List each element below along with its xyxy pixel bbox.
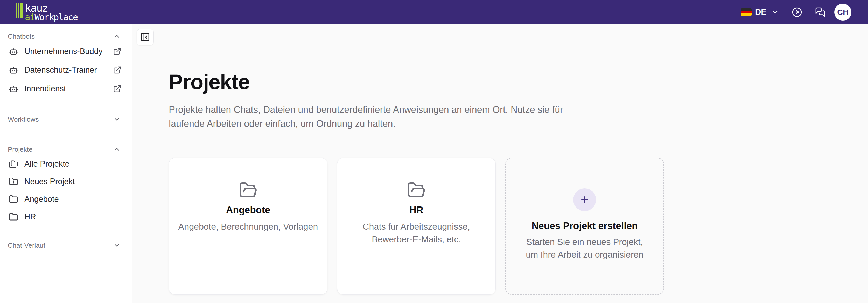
- section-header-workflows[interactable]: Workflows: [0, 114, 132, 125]
- section-label: Chat-Verlauf: [8, 242, 45, 249]
- german-flag-icon: [741, 8, 752, 16]
- folder-icon: [9, 212, 18, 221]
- sidebar: Chatbots Unternehmens-Buddy Datenschutz-…: [0, 24, 132, 303]
- projects-list: Alle Projekte Neues Projekt Angebote HR: [0, 155, 132, 226]
- top-bar: kauz aiWorkplace DE CH: [0, 0, 868, 24]
- logo-line2-rest: Workplace: [34, 12, 78, 22]
- logo-line2: aiWorkplace: [25, 13, 78, 22]
- messages-icon: [815, 7, 826, 18]
- external-link-icon[interactable]: [113, 47, 121, 56]
- circle-play-icon: [792, 7, 802, 18]
- card-subtitle: Chats für Arbeitszeugnisse, Bewerber-E-M…: [343, 220, 489, 245]
- chatbots-list: Unternehmens-Buddy Datenschutz-Trainer I…: [0, 42, 132, 98]
- chevron-up-icon: [113, 32, 121, 40]
- create-project-card[interactable]: Neues Projekt erstellen Starten Sie ein …: [505, 158, 664, 295]
- card-title: Angebote: [226, 205, 270, 216]
- page-title: Projekte: [169, 70, 868, 94]
- logo-text: kauz aiWorkplace: [25, 3, 78, 22]
- external-link-icon[interactable]: [113, 66, 121, 74]
- sidebar-item-innendienst[interactable]: Innendienst: [0, 80, 132, 98]
- sidebar-item-label: Innendienst: [24, 84, 66, 93]
- folder-open-icon: [407, 181, 426, 200]
- user-avatar[interactable]: CH: [834, 4, 851, 21]
- plus-icon: [580, 195, 590, 205]
- page-description: Projekte halten Chats, Dateien und benut…: [169, 103, 573, 131]
- folders-icon: [9, 159, 18, 169]
- page-content: Projekte Projekte halten Chats, Dateien …: [132, 24, 868, 295]
- project-card-angebote[interactable]: Angebote Angebote, Berechnungen, Vorlage…: [169, 158, 328, 295]
- section-header-chatbots[interactable]: Chatbots: [0, 31, 132, 42]
- panel-left-close-icon: [140, 32, 150, 42]
- sidebar-item-label: HR: [24, 212, 36, 221]
- project-card-hr[interactable]: HR Chats für Arbeitszeugnisse, Bewerber-…: [337, 158, 496, 295]
- sidebar-item-label: Unternehmens-Buddy: [24, 47, 103, 56]
- sidebar-item-neues-projekt[interactable]: Neues Projekt: [0, 173, 132, 190]
- folder-open-icon: [239, 181, 257, 200]
- sidebar-item-label: Alle Projekte: [24, 159, 69, 169]
- section-label: Projekte: [8, 146, 32, 154]
- sidebar-item-label: Angebote: [24, 194, 59, 204]
- sidebar-collapse-button[interactable]: [136, 29, 154, 46]
- sidebar-item-datenschutz-trainer[interactable]: Datenschutz-Trainer: [0, 61, 132, 80]
- folder-icon: [9, 194, 18, 204]
- folder-plus-icon: [9, 177, 18, 186]
- card-subtitle: Starten Sie ein neues Projekt, um Ihre A…: [522, 236, 647, 261]
- card-title: Neues Projekt erstellen: [531, 220, 638, 232]
- bot-icon: [9, 47, 18, 56]
- sidebar-item-unternehmens-buddy[interactable]: Unternehmens-Buddy: [0, 42, 132, 61]
- sidebar-item-hr[interactable]: HR: [0, 208, 132, 226]
- card-subtitle: Angebote, Berechnungen, Vorlagen: [178, 220, 318, 233]
- language-selector[interactable]: DE: [741, 7, 779, 17]
- logo-line1: kauz: [25, 3, 78, 13]
- plus-circle: [573, 188, 596, 211]
- section-header-chat-history[interactable]: Chat-Verlauf: [0, 240, 132, 251]
- bot-icon: [9, 65, 18, 75]
- bot-icon: [9, 84, 18, 93]
- section-label: Chatbots: [8, 32, 35, 40]
- section-label: Workflows: [8, 116, 39, 123]
- external-link-icon[interactable]: [113, 85, 121, 93]
- language-code: DE: [755, 7, 766, 17]
- main-area: Projekte Projekte halten Chats, Dateien …: [132, 24, 868, 303]
- sidebar-item-label: Neues Projekt: [24, 177, 75, 186]
- chevron-up-icon: [113, 146, 121, 153]
- project-cards: Angebote Angebote, Berechnungen, Vorlage…: [169, 158, 868, 295]
- chevron-down-icon: [772, 8, 779, 16]
- logo-bars-icon: [16, 3, 23, 19]
- topbar-actions: DE CH: [741, 4, 851, 21]
- section-header-projects[interactable]: Projekte: [0, 144, 132, 155]
- feedback-messages-button[interactable]: [815, 7, 826, 18]
- logo-line2-accent: ai: [25, 12, 34, 22]
- chevron-down-icon: [113, 116, 121, 123]
- chevron-down-icon: [113, 242, 121, 249]
- sidebar-item-alle-projekte[interactable]: Alle Projekte: [0, 155, 132, 173]
- sidebar-item-angebote[interactable]: Angebote: [0, 190, 132, 208]
- sidebar-item-label: Datenschutz-Trainer: [24, 65, 97, 75]
- tour-play-button[interactable]: [792, 7, 802, 18]
- app-logo[interactable]: kauz aiWorkplace: [16, 3, 78, 22]
- card-title: HR: [409, 205, 423, 216]
